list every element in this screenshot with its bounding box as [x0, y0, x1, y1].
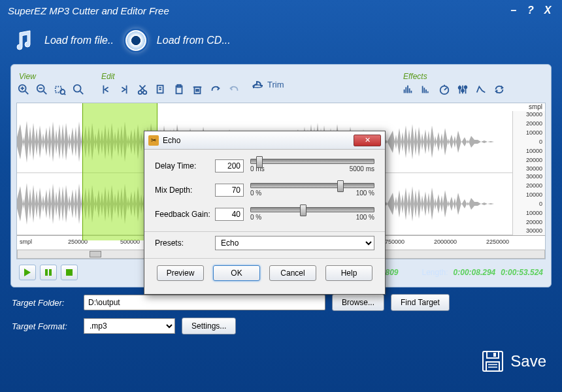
ok-button[interactable]: OK — [213, 265, 260, 281]
feedback-gain-input[interactable] — [215, 208, 244, 221]
svg-point-14 — [139, 91, 142, 94]
save-button[interactable]: Save — [482, 350, 546, 372]
cd-icon — [123, 27, 149, 54]
minimize-button[interactable]: – — [507, 5, 520, 16]
help-dialog-button[interactable]: Help — [325, 265, 372, 281]
stop-button[interactable] — [61, 265, 78, 280]
scrollbar-thumb[interactable] — [90, 251, 101, 257]
delay-time-input[interactable] — [215, 159, 244, 172]
paste-icon[interactable] — [172, 82, 186, 97]
svg-rect-50 — [66, 269, 73, 276]
app-title: SuperEZ MP3 Cutter and Editor Free — [8, 5, 169, 16]
svg-point-10 — [74, 85, 81, 92]
mix-depth-input[interactable] — [215, 184, 244, 197]
edit-label: Edit — [99, 72, 241, 81]
target-folder-label: Target Folder: — [12, 298, 77, 308]
settings-button[interactable]: Settings... — [182, 318, 236, 335]
pause-button[interactable] — [40, 265, 57, 280]
mix-depth-label: Mix Depth: — [155, 186, 215, 195]
play-button[interactable] — [19, 265, 36, 280]
zoom-fit-icon[interactable] — [71, 82, 86, 97]
mark-start-icon[interactable] — [99, 82, 113, 97]
browse-button[interactable]: Browse... — [332, 294, 384, 311]
zoom-selection-icon[interactable] — [53, 82, 67, 97]
load-file-label: Load from file.. — [44, 35, 114, 46]
equalizer-icon[interactable] — [455, 82, 470, 97]
zoom-out-icon[interactable] — [35, 82, 49, 97]
help-button[interactable]: ? — [524, 5, 537, 16]
svg-point-46 — [465, 86, 467, 89]
preview-button[interactable]: Preview — [157, 265, 204, 281]
load-from-file-button[interactable]: Load from file.. — [10, 27, 114, 54]
music-note-icon — [10, 27, 37, 54]
svg-line-39 — [444, 88, 447, 90]
speed-icon[interactable] — [437, 82, 452, 97]
find-target-button[interactable]: Find Target — [391, 294, 450, 311]
titlebar: SuperEZ MP3 Cutter and Editor Free – ? X — [0, 0, 562, 21]
length-total: 0:00:53.524 — [501, 268, 543, 277]
svg-line-1 — [25, 91, 29, 95]
cut-icon[interactable] — [135, 82, 150, 97]
svg-line-11 — [80, 91, 84, 95]
svg-point-45 — [461, 90, 464, 92]
trim-label: Trim — [267, 80, 284, 90]
envelope-icon[interactable] — [474, 82, 488, 97]
amplify-icon[interactable] — [401, 82, 415, 97]
save-icon — [482, 350, 504, 372]
edit-group: Edit — [99, 72, 241, 97]
copy-icon[interactable] — [154, 82, 168, 97]
presets-select[interactable]: Echo — [215, 236, 374, 250]
y-scale-right: 3000020000100000100002000030000 — [512, 173, 545, 235]
length-label: Length: — [422, 268, 448, 277]
load-row: Load from file.. Load from CD... — [0, 21, 562, 60]
svg-rect-48 — [45, 269, 48, 276]
bottom-panel: Target Folder: Browse... Find Target Tar… — [0, 287, 562, 341]
close-button[interactable]: X — [541, 5, 554, 16]
load-cd-label: Load from CD... — [157, 35, 231, 46]
toolbar: View Edit Trim — [16, 69, 546, 100]
svg-marker-47 — [24, 269, 31, 276]
target-format-label: Target Format: — [12, 321, 77, 331]
presets-row: Presets: Echo — [155, 236, 374, 250]
view-group: View — [16, 72, 86, 97]
load-from-cd-button[interactable]: Load from CD... — [123, 27, 231, 54]
svg-rect-53 — [493, 353, 496, 357]
unit-label: smpl — [529, 103, 542, 110]
view-label: View — [16, 72, 86, 81]
dialog-close-button[interactable]: ✕ — [354, 135, 381, 146]
trim-button[interactable]: Trim — [252, 79, 284, 90]
echo-dialog: ✂ Echo ✕ Delay Time: 0 ms5000 ms Mix Dep… — [144, 131, 386, 295]
y-scale-left: 3000020000100000100002000030000 — [512, 111, 545, 173]
delete-icon[interactable] — [190, 82, 205, 97]
delay-time-slider[interactable] — [250, 159, 374, 164]
feedback-gain-label: Feedback Gain: — [155, 210, 215, 219]
svg-rect-52 — [487, 351, 499, 358]
delay-time-row: Delay Time: 0 ms5000 ms — [155, 159, 374, 172]
cancel-button[interactable]: Cancel — [269, 265, 316, 281]
mark-end-icon[interactable] — [117, 82, 131, 97]
svg-line-9 — [64, 93, 65, 95]
target-folder-input[interactable] — [84, 295, 325, 310]
svg-rect-49 — [49, 269, 52, 276]
effects-label: Effects — [401, 72, 506, 81]
length-selection: 0:00:08.294 — [454, 268, 496, 277]
svg-point-15 — [143, 91, 146, 94]
redo-icon[interactable] — [208, 82, 223, 97]
fade-icon[interactable] — [419, 82, 433, 97]
target-format-select[interactable]: .mp3 — [84, 318, 175, 334]
effects-group: Effects — [401, 72, 506, 97]
dialog-icon: ✂ — [148, 135, 159, 146]
mix-depth-row: Mix Depth: 0 %100 % — [155, 183, 374, 197]
feedback-gain-row: Feedback Gain: 0 %100 % — [155, 207, 374, 221]
undo-icon[interactable] — [227, 82, 241, 97]
presets-label: Presets: — [155, 238, 215, 248]
feedback-gain-slider[interactable] — [250, 207, 374, 212]
zoom-in-icon[interactable] — [16, 82, 31, 97]
refresh-icon[interactable] — [492, 82, 506, 97]
svg-line-5 — [44, 91, 47, 95]
delay-time-label: Delay Time: — [155, 161, 215, 171]
save-label: Save — [510, 352, 546, 370]
dialog-titlebar[interactable]: ✂ Echo ✕ — [144, 131, 385, 150]
mix-depth-slider[interactable] — [250, 183, 374, 188]
svg-point-44 — [459, 87, 461, 90]
